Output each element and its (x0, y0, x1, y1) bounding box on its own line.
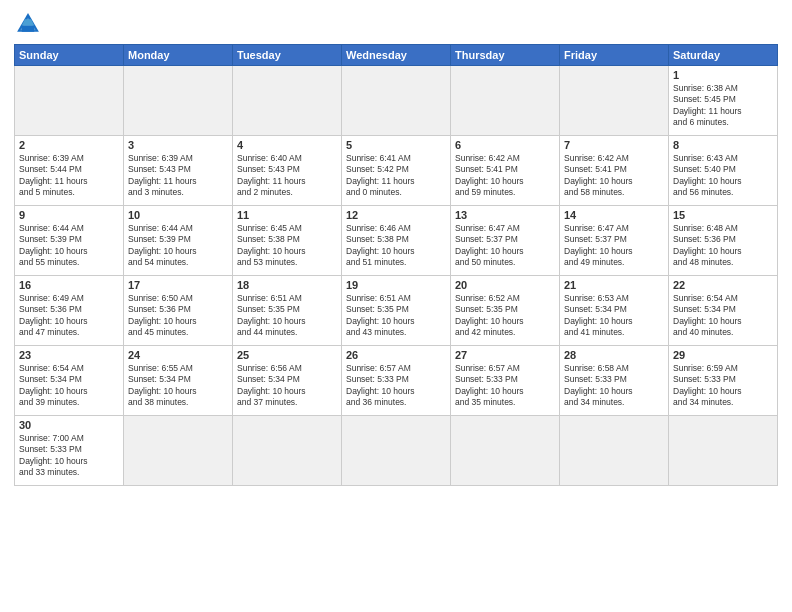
calendar-cell: 11Sunrise: 6:45 AM Sunset: 5:38 PM Dayli… (233, 206, 342, 276)
weekday-thursday: Thursday (451, 45, 560, 66)
calendar: SundayMondayTuesdayWednesdayThursdayFrid… (14, 44, 778, 486)
day-number: 18 (237, 279, 337, 291)
day-number: 10 (128, 209, 228, 221)
day-number: 13 (455, 209, 555, 221)
day-number: 29 (673, 349, 773, 361)
day-info: Sunrise: 6:51 AM Sunset: 5:35 PM Dayligh… (237, 293, 337, 339)
calendar-cell: 28Sunrise: 6:58 AM Sunset: 5:33 PM Dayli… (560, 346, 669, 416)
calendar-cell: 24Sunrise: 6:55 AM Sunset: 5:34 PM Dayli… (124, 346, 233, 416)
day-number: 30 (19, 419, 119, 431)
day-info: Sunrise: 6:56 AM Sunset: 5:34 PM Dayligh… (237, 363, 337, 409)
calendar-cell: 27Sunrise: 6:57 AM Sunset: 5:33 PM Dayli… (451, 346, 560, 416)
day-info: Sunrise: 6:47 AM Sunset: 5:37 PM Dayligh… (564, 223, 664, 269)
calendar-cell: 20Sunrise: 6:52 AM Sunset: 5:35 PM Dayli… (451, 276, 560, 346)
calendar-cell: 17Sunrise: 6:50 AM Sunset: 5:36 PM Dayli… (124, 276, 233, 346)
calendar-cell: 19Sunrise: 6:51 AM Sunset: 5:35 PM Dayli… (342, 276, 451, 346)
calendar-cell: 2Sunrise: 6:39 AM Sunset: 5:44 PM Daylig… (15, 136, 124, 206)
calendar-cell (451, 66, 560, 136)
calendar-body: 1Sunrise: 6:38 AM Sunset: 5:45 PM Daylig… (15, 66, 778, 486)
day-number: 11 (237, 209, 337, 221)
day-info: Sunrise: 6:44 AM Sunset: 5:39 PM Dayligh… (128, 223, 228, 269)
day-info: Sunrise: 6:42 AM Sunset: 5:41 PM Dayligh… (455, 153, 555, 199)
day-info: Sunrise: 6:39 AM Sunset: 5:43 PM Dayligh… (128, 153, 228, 199)
calendar-cell (124, 66, 233, 136)
weekday-tuesday: Tuesday (233, 45, 342, 66)
day-number: 21 (564, 279, 664, 291)
page: SundayMondayTuesdayWednesdayThursdayFrid… (0, 0, 792, 612)
calendar-cell: 5Sunrise: 6:41 AM Sunset: 5:42 PM Daylig… (342, 136, 451, 206)
calendar-cell: 29Sunrise: 6:59 AM Sunset: 5:33 PM Dayli… (669, 346, 778, 416)
calendar-cell: 18Sunrise: 6:51 AM Sunset: 5:35 PM Dayli… (233, 276, 342, 346)
day-number: 17 (128, 279, 228, 291)
day-number: 6 (455, 139, 555, 151)
calendar-cell: 14Sunrise: 6:47 AM Sunset: 5:37 PM Dayli… (560, 206, 669, 276)
calendar-cell: 1Sunrise: 6:38 AM Sunset: 5:45 PM Daylig… (669, 66, 778, 136)
week-row: 16Sunrise: 6:49 AM Sunset: 5:36 PM Dayli… (15, 276, 778, 346)
day-info: Sunrise: 6:40 AM Sunset: 5:43 PM Dayligh… (237, 153, 337, 199)
day-number: 2 (19, 139, 119, 151)
day-number: 26 (346, 349, 446, 361)
day-info: Sunrise: 6:59 AM Sunset: 5:33 PM Dayligh… (673, 363, 773, 409)
day-info: Sunrise: 6:54 AM Sunset: 5:34 PM Dayligh… (19, 363, 119, 409)
weekday-monday: Monday (124, 45, 233, 66)
calendar-cell: 16Sunrise: 6:49 AM Sunset: 5:36 PM Dayli… (15, 276, 124, 346)
calendar-header: SundayMondayTuesdayWednesdayThursdayFrid… (15, 45, 778, 66)
calendar-cell: 21Sunrise: 6:53 AM Sunset: 5:34 PM Dayli… (560, 276, 669, 346)
day-info: Sunrise: 6:43 AM Sunset: 5:40 PM Dayligh… (673, 153, 773, 199)
day-info: Sunrise: 6:38 AM Sunset: 5:45 PM Dayligh… (673, 83, 773, 129)
calendar-cell: 22Sunrise: 6:54 AM Sunset: 5:34 PM Dayli… (669, 276, 778, 346)
weekday-wednesday: Wednesday (342, 45, 451, 66)
svg-marker-3 (22, 19, 34, 25)
header (14, 10, 778, 38)
day-info: Sunrise: 6:50 AM Sunset: 5:36 PM Dayligh… (128, 293, 228, 339)
weekday-friday: Friday (560, 45, 669, 66)
day-number: 12 (346, 209, 446, 221)
calendar-cell (233, 66, 342, 136)
calendar-cell: 30Sunrise: 7:00 AM Sunset: 5:33 PM Dayli… (15, 416, 124, 486)
day-number: 8 (673, 139, 773, 151)
calendar-cell: 6Sunrise: 6:42 AM Sunset: 5:41 PM Daylig… (451, 136, 560, 206)
calendar-cell: 3Sunrise: 6:39 AM Sunset: 5:43 PM Daylig… (124, 136, 233, 206)
svg-rect-2 (22, 26, 34, 32)
day-info: Sunrise: 6:47 AM Sunset: 5:37 PM Dayligh… (455, 223, 555, 269)
day-info: Sunrise: 6:48 AM Sunset: 5:36 PM Dayligh… (673, 223, 773, 269)
calendar-cell: 25Sunrise: 6:56 AM Sunset: 5:34 PM Dayli… (233, 346, 342, 416)
day-number: 4 (237, 139, 337, 151)
day-info: Sunrise: 6:55 AM Sunset: 5:34 PM Dayligh… (128, 363, 228, 409)
calendar-cell: 13Sunrise: 6:47 AM Sunset: 5:37 PM Dayli… (451, 206, 560, 276)
calendar-cell (124, 416, 233, 486)
day-info: Sunrise: 6:57 AM Sunset: 5:33 PM Dayligh… (346, 363, 446, 409)
day-number: 16 (19, 279, 119, 291)
day-info: Sunrise: 6:39 AM Sunset: 5:44 PM Dayligh… (19, 153, 119, 199)
day-info: Sunrise: 6:53 AM Sunset: 5:34 PM Dayligh… (564, 293, 664, 339)
calendar-cell (560, 416, 669, 486)
week-row: 30Sunrise: 7:00 AM Sunset: 5:33 PM Dayli… (15, 416, 778, 486)
calendar-cell (669, 416, 778, 486)
day-number: 27 (455, 349, 555, 361)
day-number: 22 (673, 279, 773, 291)
week-row: 23Sunrise: 6:54 AM Sunset: 5:34 PM Dayli… (15, 346, 778, 416)
calendar-cell (342, 416, 451, 486)
week-row: 2Sunrise: 6:39 AM Sunset: 5:44 PM Daylig… (15, 136, 778, 206)
calendar-cell: 10Sunrise: 6:44 AM Sunset: 5:39 PM Dayli… (124, 206, 233, 276)
day-info: Sunrise: 6:58 AM Sunset: 5:33 PM Dayligh… (564, 363, 664, 409)
calendar-cell: 15Sunrise: 6:48 AM Sunset: 5:36 PM Dayli… (669, 206, 778, 276)
day-info: Sunrise: 6:41 AM Sunset: 5:42 PM Dayligh… (346, 153, 446, 199)
day-number: 14 (564, 209, 664, 221)
weekday-sunday: Sunday (15, 45, 124, 66)
logo-icon (14, 10, 42, 38)
day-number: 15 (673, 209, 773, 221)
calendar-cell (560, 66, 669, 136)
day-number: 3 (128, 139, 228, 151)
calendar-cell: 9Sunrise: 6:44 AM Sunset: 5:39 PM Daylig… (15, 206, 124, 276)
day-number: 19 (346, 279, 446, 291)
day-number: 9 (19, 209, 119, 221)
day-info: Sunrise: 6:42 AM Sunset: 5:41 PM Dayligh… (564, 153, 664, 199)
calendar-cell (451, 416, 560, 486)
day-info: Sunrise: 6:49 AM Sunset: 5:36 PM Dayligh… (19, 293, 119, 339)
day-info: Sunrise: 6:54 AM Sunset: 5:34 PM Dayligh… (673, 293, 773, 339)
day-info: Sunrise: 6:46 AM Sunset: 5:38 PM Dayligh… (346, 223, 446, 269)
calendar-cell (342, 66, 451, 136)
day-number: 28 (564, 349, 664, 361)
weekday-saturday: Saturday (669, 45, 778, 66)
